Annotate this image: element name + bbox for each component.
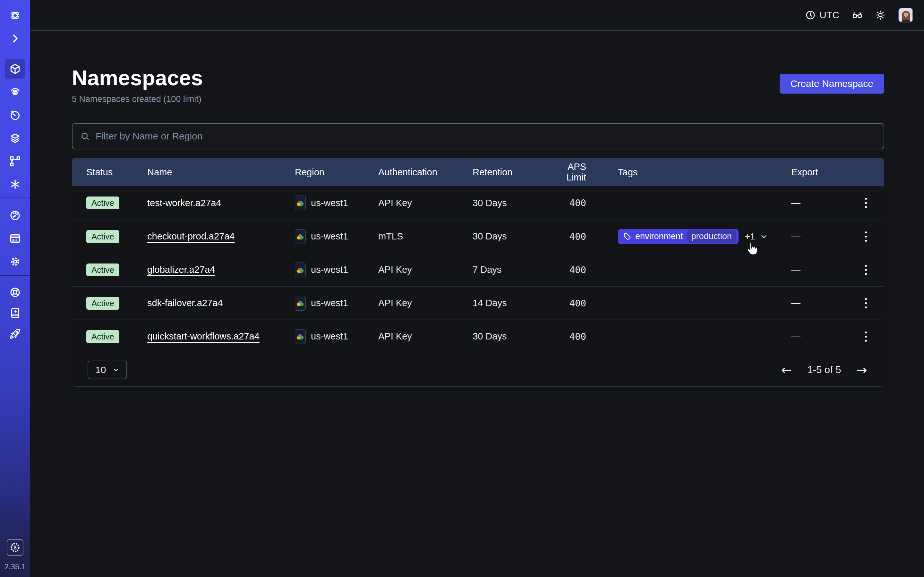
page-subtitle: 5 Namespaces created (100 limit): [72, 94, 203, 104]
sidebar-item-workflows[interactable]: [0, 151, 30, 171]
region-label: us-west1: [311, 198, 348, 208]
table-header-row: StatusNameRegionAuthenticationRetentionA…: [72, 158, 884, 186]
filter-input[interactable]: [95, 131, 876, 142]
auth-method: API Key: [378, 198, 473, 208]
status-badge: Active: [86, 330, 120, 343]
row-actions-menu-button[interactable]: [862, 328, 870, 345]
namespace-link[interactable]: test-worker.a27a4: [147, 198, 221, 208]
region-label: us-west1: [311, 331, 348, 342]
app-version: 2.35.1: [0, 562, 30, 571]
nexus-asterisk-icon: [9, 179, 21, 190]
table-row: Activecheckout-prod.a27a4 us-west1mTLS30…: [72, 219, 884, 253]
row-actions-menu-button[interactable]: [862, 261, 870, 278]
sidebar-item-billing[interactable]: [0, 228, 30, 249]
usage-gauge-icon: [9, 210, 21, 221]
create-namespace-button[interactable]: Create Namespace: [780, 74, 884, 93]
status-badge: Active: [86, 197, 120, 210]
docs-book-icon: [9, 307, 21, 319]
auth-method: API Key: [378, 264, 473, 275]
svg-text:$: $: [14, 545, 17, 550]
namespace-link[interactable]: sdk-failover.a27a4: [147, 298, 223, 308]
aps-limit-value: 400: [546, 298, 586, 309]
gcp-logo-icon: [296, 266, 304, 274]
gcp-logo-icon: [296, 300, 304, 307]
export-value: —: [788, 198, 847, 208]
sidebar-item-settings[interactable]: [0, 251, 30, 272]
page-header: Namespaces 5 Namespaces created (100 lim…: [72, 67, 884, 104]
tag-icon: [623, 232, 632, 241]
row-actions-menu-button[interactable]: [862, 295, 870, 311]
table-footer: 10 ← 1-5 of 5 →: [72, 353, 884, 386]
expand-sidebar-button[interactable]: [0, 28, 30, 49]
gcp-logo-icon: [296, 199, 304, 206]
temporal-logo-icon: [0, 5, 30, 26]
plan-badge-button[interactable]: $: [7, 539, 23, 556]
export-value: —: [788, 264, 847, 275]
retention-value: 30 Days: [473, 231, 546, 242]
sidebar-item-namespaces[interactable]: [0, 59, 30, 79]
chevron-down-icon: [760, 232, 768, 241]
namespace-link[interactable]: quickstart-workflows.a27a4: [147, 331, 260, 342]
tag-pill[interactable]: environmentproduction: [618, 229, 738, 244]
tags-expand-button[interactable]: [760, 232, 768, 241]
aps-limit-value: 400: [546, 231, 586, 242]
auth-method: API Key: [378, 331, 473, 342]
billing-card-icon: [9, 233, 21, 244]
search-icon: [80, 131, 90, 141]
region-label: us-west1: [311, 231, 348, 242]
sidebar-item-usage[interactable]: [0, 205, 30, 226]
tag-more-count: +1: [745, 231, 755, 242]
user-avatar[interactable]: [898, 8, 913, 23]
region-provider-icon: [295, 329, 306, 344]
retention-value: 14 Days: [473, 298, 546, 308]
main-content: Namespaces 5 Namespaces created (100 lim…: [72, 0, 884, 577]
region-provider-icon: [295, 229, 306, 244]
sidebar-divider: [0, 197, 30, 197]
page-size-select[interactable]: 10: [87, 361, 127, 379]
gcp-logo-icon: [296, 233, 304, 240]
tags-cell: environmentproduction+1: [586, 229, 788, 244]
schedules-timer-icon: [9, 109, 21, 121]
region-label: us-west1: [311, 298, 348, 308]
column-header-tags: Tags: [586, 167, 788, 177]
getting-started-rocket-icon: [9, 328, 21, 340]
row-actions-menu-button[interactable]: [862, 228, 870, 245]
column-header-export: Export: [788, 167, 847, 177]
sidebar-item-schedules[interactable]: [0, 105, 30, 125]
namespace-link[interactable]: globalizer.a27a4: [147, 264, 215, 275]
region-provider-icon: [295, 296, 306, 311]
monitor-iris-icon: [9, 86, 21, 98]
chevron-down-icon: [112, 366, 120, 374]
sidebar-item-docs[interactable]: [0, 303, 30, 323]
table-row: Activetest-worker.a27a4 us-west1API Key3…: [72, 186, 884, 219]
sidebar-item-monitor[interactable]: [0, 82, 30, 102]
column-header-retention: Retention: [473, 167, 546, 177]
sidebar-item-getting-started[interactable]: [0, 324, 30, 344]
region-provider-icon: [295, 263, 306, 277]
status-badge: Active: [86, 230, 120, 243]
region-provider-icon: [295, 195, 306, 210]
row-actions-menu-button[interactable]: [862, 195, 870, 211]
namespace-link[interactable]: checkout-prod.a27a4: [147, 231, 234, 242]
retention-value: 7 Days: [473, 264, 546, 275]
table-row: Activequickstart-workflows.a27a4 us-west…: [72, 319, 884, 353]
sidebar-item-support[interactable]: [0, 282, 30, 303]
chevron-right-icon: [9, 33, 21, 44]
pagination-range: 1-5 of 5: [807, 364, 841, 376]
sidebar-divider: [0, 275, 30, 276]
aps-limit-value: 400: [546, 331, 586, 342]
prev-page-button[interactable]: ←: [781, 364, 792, 376]
status-badge: Active: [86, 263, 120, 276]
column-header-authentication: Authentication: [378, 167, 473, 177]
settings-gear-icon: [9, 256, 21, 268]
export-value: —: [788, 231, 847, 242]
sidebar-item-deployments[interactable]: [0, 128, 30, 148]
next-page-button[interactable]: →: [856, 364, 867, 376]
deployments-layers-icon: [9, 132, 21, 144]
aps-limit-value: 400: [546, 264, 586, 276]
sidebar-item-nexus[interactable]: [0, 174, 30, 195]
support-lifebuoy-icon: [9, 287, 21, 298]
pagination: ← 1-5 of 5 →: [781, 364, 867, 376]
auth-method: mTLS: [378, 231, 473, 242]
table-row: Activeglobalizer.a27a4 us-west1API Key7 …: [72, 253, 884, 286]
